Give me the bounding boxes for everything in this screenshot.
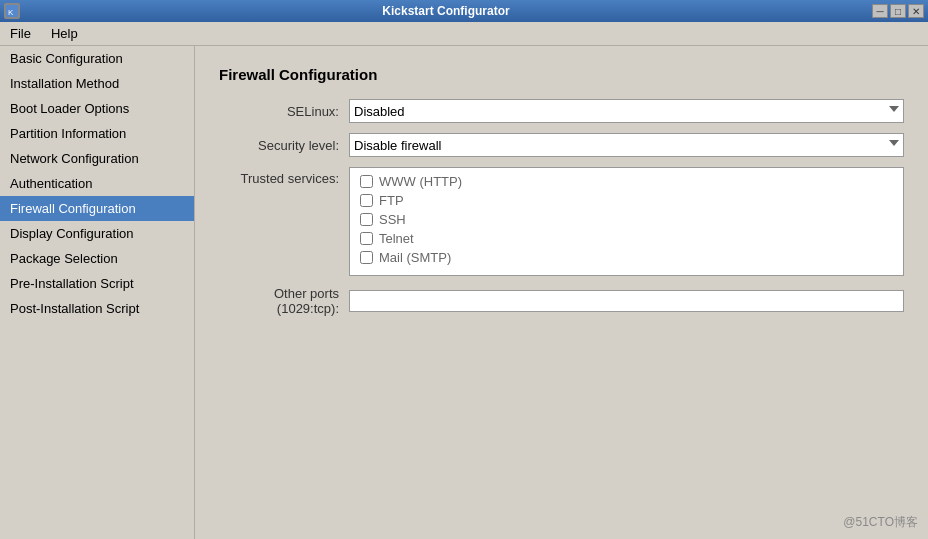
titlebar: K Kickstart Configurator ─ □ ✕ bbox=[0, 0, 928, 22]
security-level-select[interactable]: Disable firewall Enable firewall No fire… bbox=[349, 133, 904, 157]
sidebar-item-pre-installation-script[interactable]: Pre-Installation Script bbox=[0, 271, 194, 296]
ssh-checkbox[interactable] bbox=[360, 213, 373, 226]
other-ports-row: Other ports (1029:tcp): bbox=[219, 286, 904, 316]
security-level-label: Security level: bbox=[219, 138, 349, 153]
trusted-services-row: Trusted services: WWW (HTTP) FTP SSH bbox=[219, 167, 904, 276]
checkbox-smtp: Mail (SMTP) bbox=[360, 250, 893, 265]
trusted-services-panel: WWW (HTTP) FTP SSH Telnet bbox=[349, 167, 904, 276]
checkbox-telnet: Telnet bbox=[360, 231, 893, 246]
sidebar-item-firewall-configuration[interactable]: Firewall Configuration bbox=[0, 196, 194, 221]
menubar: File Help bbox=[0, 22, 928, 46]
selinux-row: SELinux: Disabled Enforcing Permissive bbox=[219, 99, 904, 123]
checkbox-www: WWW (HTTP) bbox=[360, 174, 893, 189]
main-area: Basic Configuration Installation Method … bbox=[0, 46, 928, 539]
sidebar-item-authentication[interactable]: Authentication bbox=[0, 171, 194, 196]
selinux-select[interactable]: Disabled Enforcing Permissive bbox=[349, 99, 904, 123]
close-button[interactable]: ✕ bbox=[908, 4, 924, 18]
sidebar-item-partition-information[interactable]: Partition Information bbox=[0, 121, 194, 146]
section-title: Firewall Configuration bbox=[219, 66, 904, 83]
sidebar: Basic Configuration Installation Method … bbox=[0, 46, 195, 539]
sidebar-item-package-selection[interactable]: Package Selection bbox=[0, 246, 194, 271]
app-icon: K bbox=[4, 3, 20, 19]
selinux-control: Disabled Enforcing Permissive bbox=[349, 99, 904, 123]
sidebar-item-basic-configuration[interactable]: Basic Configuration bbox=[0, 46, 194, 71]
telnet-checkbox[interactable] bbox=[360, 232, 373, 245]
other-ports-label: Other ports (1029:tcp): bbox=[219, 286, 349, 316]
sidebar-item-post-installation-script[interactable]: Post-Installation Script bbox=[0, 296, 194, 321]
ssh-label: SSH bbox=[379, 212, 406, 227]
minimize-button[interactable]: ─ bbox=[872, 4, 888, 18]
ftp-label: FTP bbox=[379, 193, 404, 208]
sidebar-item-display-configuration[interactable]: Display Configuration bbox=[0, 221, 194, 246]
security-level-control: Disable firewall Enable firewall No fire… bbox=[349, 133, 904, 157]
security-level-row: Security level: Disable firewall Enable … bbox=[219, 133, 904, 157]
trusted-services-label: Trusted services: bbox=[219, 167, 349, 186]
smtp-label: Mail (SMTP) bbox=[379, 250, 451, 265]
maximize-button[interactable]: □ bbox=[890, 4, 906, 18]
other-ports-control bbox=[349, 290, 904, 312]
window-controls: ─ □ ✕ bbox=[872, 4, 924, 18]
sidebar-item-network-configuration[interactable]: Network Configuration bbox=[0, 146, 194, 171]
sidebar-item-installation-method[interactable]: Installation Method bbox=[0, 71, 194, 96]
menu-file[interactable]: File bbox=[4, 24, 37, 43]
svg-text:K: K bbox=[8, 8, 14, 17]
menu-help[interactable]: Help bbox=[45, 24, 84, 43]
checkbox-ssh: SSH bbox=[360, 212, 893, 227]
smtp-checkbox[interactable] bbox=[360, 251, 373, 264]
www-http-checkbox[interactable] bbox=[360, 175, 373, 188]
content-area: Firewall Configuration SELinux: Disabled… bbox=[195, 46, 928, 539]
ftp-checkbox[interactable] bbox=[360, 194, 373, 207]
www-http-label: WWW (HTTP) bbox=[379, 174, 462, 189]
trusted-services-control: WWW (HTTP) FTP SSH Telnet bbox=[349, 167, 904, 276]
selinux-label: SELinux: bbox=[219, 104, 349, 119]
window-title: Kickstart Configurator bbox=[20, 4, 872, 18]
checkbox-ftp: FTP bbox=[360, 193, 893, 208]
telnet-label: Telnet bbox=[379, 231, 414, 246]
sidebar-item-boot-loader-options[interactable]: Boot Loader Options bbox=[0, 96, 194, 121]
other-ports-input[interactable] bbox=[349, 290, 904, 312]
